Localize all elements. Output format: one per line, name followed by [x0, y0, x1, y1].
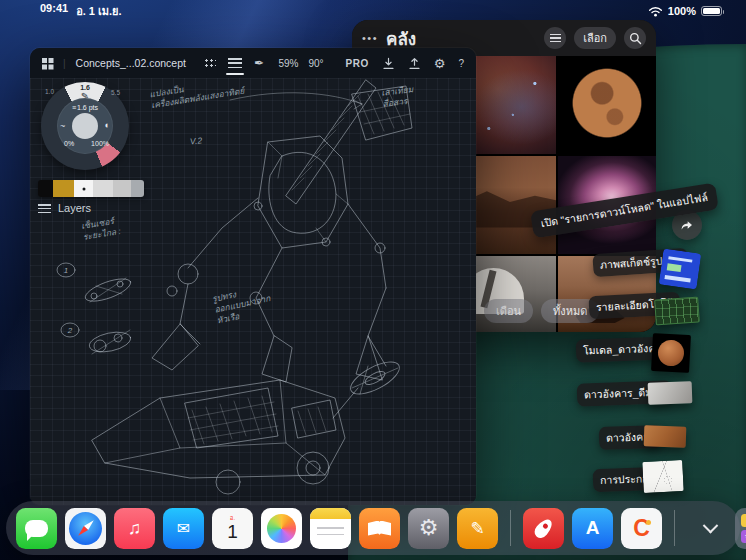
screen: 09:41 อ. 1 เม.ย. 100% ••• คลัง เลือก — [0, 0, 746, 560]
more-options-button[interactable]: ••• — [362, 32, 378, 44]
pen-nib-icon[interactable]: ✒ — [254, 56, 264, 70]
dock-app-library[interactable]: ★ — [735, 508, 746, 549]
desk-file-mars[interactable]: ดาวอังคาร — [599, 426, 662, 449]
layers-button[interactable]: Layers — [38, 202, 91, 214]
swatch-dark-gray[interactable] — [131, 180, 144, 197]
search-button[interactable] — [624, 27, 646, 49]
concepts-c-icon: C — [633, 515, 650, 542]
photo-mars-planet[interactable] — [558, 56, 656, 154]
concepts-toolbar: | Concepts_...02.concept ✒ 59% 90° PRO ⚙… — [30, 48, 476, 78]
music-note-icon: ♫ — [128, 518, 142, 539]
dock: ♫ ✉ อ. 1 ⚙ ✎ A C ★ — [6, 501, 740, 555]
smoothing-wave-icon: ~ — [60, 121, 65, 131]
select-button[interactable]: เลือก — [574, 27, 616, 49]
help-button[interactable]: ? — [458, 58, 464, 69]
rotation-value[interactable]: 90° — [308, 58, 323, 69]
export-icon[interactable] — [408, 57, 421, 70]
desk-file-decal[interactable]: ภาพสเก็ตช์รูปลอก — [593, 251, 688, 274]
dock-divider — [510, 510, 511, 546]
tool-settings-disc[interactable]: ≡1.6 pts ~ ◐ 0% 100% — [57, 98, 113, 154]
annotation-antenna: เสาเทียม สื่อสาร — [381, 84, 415, 110]
layers-icon — [38, 204, 51, 213]
dock-recent-rocket[interactable] — [523, 508, 564, 549]
filter-button[interactable] — [544, 27, 566, 49]
opacity-percent: 100% — [91, 140, 109, 147]
stroke-lines-icon: ≡ — [72, 104, 75, 111]
dots-grid-icon[interactable] — [204, 57, 216, 69]
color-palette-strip[interactable] — [38, 180, 144, 197]
status-bar: 09:41 อ. 1 เม.ย. 100% — [0, 0, 746, 22]
pro-badge[interactable]: PRO — [346, 58, 369, 69]
gallery-grid-icon[interactable] — [42, 58, 53, 69]
dock-recent-app-store[interactable]: A — [572, 508, 613, 549]
dock-hide-button[interactable] — [693, 508, 727, 549]
rocket-icon — [532, 516, 555, 540]
desk-file-logo-details[interactable]: รายละเอียดโลโก้ — [589, 294, 680, 317]
photos-flower-icon — [267, 514, 296, 543]
chevron-down-icon — [702, 517, 718, 533]
smoothing-percent: 0% — [64, 140, 74, 147]
desk-file-assembly[interactable]: การประกอบ — [593, 468, 662, 491]
tool-wheel[interactable]: 1.6 ✎ 1.0 5.5 ≡1.6 pts ~ ◐ 0% 100% — [41, 82, 129, 170]
dock-recent-concepts[interactable]: C — [621, 508, 662, 549]
opacity-moon-icon: ◐ — [105, 120, 110, 130]
stroke-size-points: 1.6 pts — [77, 104, 98, 111]
dock-app-photos[interactable] — [261, 508, 302, 549]
dock-app-messages[interactable] — [16, 508, 57, 549]
mars-texture-thumbnail[interactable] — [644, 425, 687, 447]
tool-size-right: 5.5 — [111, 89, 120, 96]
photo-view-tabs: เดือน ทั้งหมด — [484, 299, 599, 323]
safari-compass-icon — [69, 512, 102, 545]
swatch-gray[interactable] — [113, 180, 131, 197]
mars-model-thumbnail[interactable] — [651, 333, 691, 373]
dock-app-notes[interactable] — [310, 508, 351, 549]
gear-icon[interactable]: ⚙ — [434, 57, 446, 70]
battery-icon — [701, 6, 722, 16]
app-store-a-icon: A — [586, 517, 600, 539]
messages-bubble-icon — [25, 520, 48, 537]
share-arrow-icon — [679, 217, 695, 233]
wifi-icon — [648, 6, 663, 17]
pen-icon: ✎ — [470, 518, 484, 539]
zoom-level[interactable]: 59% — [278, 58, 298, 69]
dock-app-sketch-pen[interactable]: ✎ — [457, 508, 498, 549]
swatch-black[interactable] — [38, 180, 53, 197]
calendar-day: 1 — [227, 522, 238, 541]
import-icon[interactable] — [382, 57, 395, 70]
dock-app-safari[interactable] — [65, 508, 106, 549]
dock-app-books[interactable] — [359, 508, 400, 549]
tool-wheel-center-button[interactable] — [72, 113, 98, 139]
assembly-sketch-thumbnail[interactable] — [642, 460, 684, 493]
concepts-window: | Concepts_...02.concept ✒ 59% 90° PRO ⚙… — [30, 48, 476, 505]
settings-gear-icon: ⚙ — [419, 515, 439, 541]
clock: 09:41 — [40, 2, 68, 20]
date: อ. 1 เม.ย. — [76, 2, 121, 20]
detail-number-2: 2 — [67, 326, 73, 335]
lines-tool-icon[interactable] — [228, 58, 242, 68]
dock-app-music[interactable]: ♫ — [114, 508, 155, 549]
tab-months[interactable]: เดือน — [484, 299, 533, 323]
search-icon — [629, 32, 642, 45]
blue-decal-thumbnail[interactable] — [659, 249, 702, 290]
green-circuit-thumbnail[interactable] — [654, 296, 700, 325]
desk-file-mars-deimos[interactable]: ดาวอังคาร_ดีมอส — [577, 382, 672, 405]
books-open-book-icon — [368, 521, 391, 536]
app-library-icon: ★ — [741, 514, 746, 543]
tool-size-left: 1.0 — [45, 88, 54, 95]
swatch-light-gray[interactable] — [93, 180, 113, 197]
desk-file-mars-model[interactable]: โมเดล_ดาวอังคาร — [576, 338, 674, 361]
annotation-version: V.2 — [189, 135, 202, 147]
dock-divider — [674, 510, 675, 546]
dock-app-calendar[interactable]: อ. 1 — [212, 508, 253, 549]
dock-app-mail[interactable]: ✉ — [163, 508, 204, 549]
dock-app-settings[interactable]: ⚙ — [408, 508, 449, 549]
swatch-white-selected[interactable] — [74, 180, 93, 197]
layers-label: Layers — [58, 202, 91, 214]
detail-number-1: 1 — [64, 266, 68, 275]
swatch-gold[interactable] — [53, 180, 74, 197]
battery-percent: 100% — [668, 5, 696, 17]
gray-texture-thumbnail[interactable] — [648, 381, 693, 405]
filter-lines-icon — [550, 34, 561, 42]
document-title[interactable]: Concepts_...02.concept — [76, 57, 186, 69]
mail-envelope-icon: ✉ — [177, 519, 190, 538]
